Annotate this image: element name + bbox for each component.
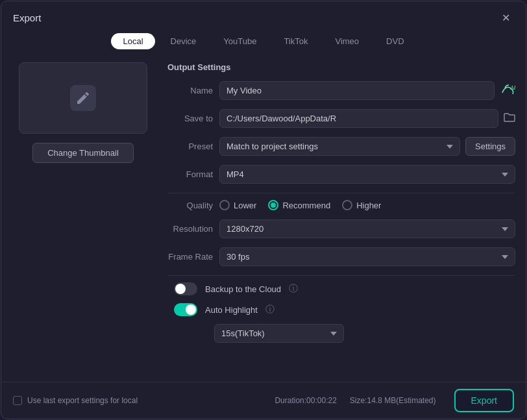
quality-lower-label: Lower bbox=[234, 201, 256, 210]
quality-lower[interactable]: Lower bbox=[219, 200, 256, 210]
tab-tiktok[interactable]: TikTok bbox=[272, 33, 319, 49]
autohighlight-label: Auto Highlight bbox=[205, 305, 258, 315]
framerate-select[interactable]: 30 fps bbox=[219, 247, 515, 266]
tab-bar: Local Device YouTube TikTok Vimeo DVD bbox=[1, 31, 526, 57]
footer-info: Duration:00:00:22 Size:14.8 MB(Estimated… bbox=[275, 396, 435, 405]
preset-label: Preset bbox=[167, 142, 213, 151]
quality-recommend[interactable]: Recommend bbox=[268, 200, 330, 210]
quality-higher[interactable]: Higher bbox=[342, 200, 381, 210]
quality-higher-label: Higher bbox=[356, 201, 381, 210]
quality-label: Quality bbox=[167, 201, 213, 210]
autohighlight-toggle[interactable] bbox=[174, 303, 197, 316]
save-to-label: Save to bbox=[167, 114, 213, 123]
last-settings-label: Use last export settings for local bbox=[27, 396, 138, 405]
tab-local[interactable]: Local bbox=[111, 33, 154, 49]
left-panel: Change Thumbnail bbox=[12, 57, 154, 382]
framerate-row: Frame Rate 30 fps bbox=[167, 247, 515, 266]
resolution-row: Resolution 1280x720 bbox=[167, 219, 515, 238]
format-row: Format MP4 bbox=[167, 165, 515, 184]
folder-row bbox=[219, 109, 515, 128]
title-bar: Export ✕ bbox=[1, 1, 526, 31]
settings-button[interactable]: Settings bbox=[465, 137, 515, 156]
tab-vimeo[interactable]: Vimeo bbox=[323, 33, 371, 49]
change-thumbnail-button[interactable]: Change Thumbnail bbox=[32, 143, 134, 163]
preset-row: Preset Match to project settings Setting… bbox=[167, 137, 515, 156]
tab-device[interactable]: Device bbox=[159, 33, 208, 49]
preset-select[interactable]: Match to project settings bbox=[219, 137, 460, 156]
export-dialog: Export ✕ Local Device YouTube TikTok Vim… bbox=[1, 1, 526, 419]
resolution-select[interactable]: 1280x720 bbox=[219, 219, 515, 238]
quality-options: Lower Recommend Higher bbox=[219, 200, 515, 210]
resolution-label: Resolution bbox=[167, 224, 213, 234]
svg-text:AI: AI bbox=[509, 84, 515, 91]
divider-1 bbox=[167, 193, 515, 193]
autohighlight-help-icon[interactable]: ⓘ bbox=[265, 304, 275, 315]
last-settings-checkbox[interactable] bbox=[13, 396, 22, 405]
tab-dvd[interactable]: DVD bbox=[374, 33, 415, 49]
main-content: Change Thumbnail Output Settings Name AI bbox=[1, 57, 526, 382]
name-input[interactable] bbox=[219, 81, 495, 100]
right-panel: Output Settings Name AI Save to bbox=[167, 57, 515, 382]
quality-recommend-label: Recommend bbox=[282, 201, 330, 210]
thumbnail-icon bbox=[70, 85, 96, 111]
radio-lower bbox=[219, 200, 230, 210]
dialog-title: Export bbox=[13, 12, 41, 23]
thumbnail-preview[interactable] bbox=[19, 62, 147, 134]
framerate-label: Frame Rate bbox=[167, 252, 213, 262]
save-to-row: Save to bbox=[167, 109, 515, 128]
autohighlight-row: Auto Highlight ⓘ bbox=[167, 303, 515, 316]
footer: Use last export settings for local Durat… bbox=[1, 382, 526, 419]
backup-help-icon[interactable]: ⓘ bbox=[289, 283, 298, 295]
tab-youtube[interactable]: YouTube bbox=[212, 33, 268, 49]
name-label: Name bbox=[167, 86, 213, 95]
format-select[interactable]: MP4 bbox=[219, 165, 515, 184]
name-row: Name AI bbox=[167, 81, 515, 100]
section-title: Output Settings bbox=[167, 62, 515, 72]
ai-icon[interactable]: AI bbox=[501, 84, 515, 98]
last-settings-row: Use last export settings for local bbox=[13, 396, 138, 405]
duration-info: Duration:00:00:22 bbox=[275, 396, 336, 405]
size-info: Size:14.8 MB(Estimated) bbox=[350, 396, 436, 405]
backup-toggle[interactable] bbox=[174, 282, 197, 295]
folder-icon[interactable] bbox=[504, 112, 515, 125]
format-label: Format bbox=[167, 169, 213, 179]
preset-row-inner: Match to project settings Settings bbox=[219, 137, 515, 156]
radio-higher bbox=[342, 200, 352, 210]
save-path-input[interactable] bbox=[219, 109, 498, 128]
close-button[interactable]: ✕ bbox=[498, 10, 514, 25]
divider-2 bbox=[167, 275, 515, 276]
backup-row: Backup to the Cloud ⓘ bbox=[167, 282, 515, 295]
radio-recommend bbox=[268, 200, 278, 210]
backup-label: Backup to the Cloud bbox=[205, 284, 281, 294]
quality-row: Quality Lower Recommend Higher bbox=[167, 200, 515, 210]
export-button[interactable]: Export bbox=[454, 389, 514, 412]
tiktok-duration-select[interactable]: 15s(TikTok) bbox=[214, 324, 344, 343]
